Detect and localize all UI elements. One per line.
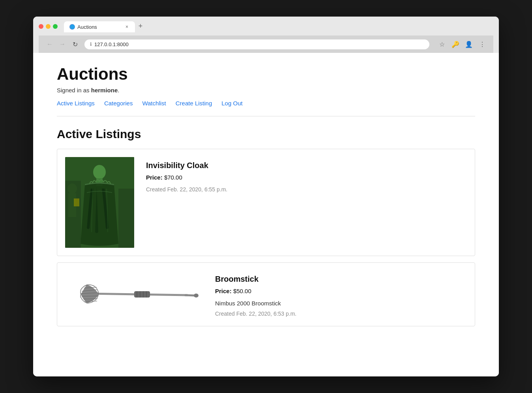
nav-buttons: ← → ↻	[44, 39, 81, 50]
forward-button[interactable]: →	[57, 39, 68, 50]
listing-details-cloak: Invisibility Cloak Price: $70.00 Created…	[146, 157, 467, 193]
minimize-button[interactable]	[46, 24, 51, 29]
svg-point-1	[93, 165, 106, 179]
traffic-lights	[39, 24, 58, 29]
svg-rect-7	[74, 198, 79, 206]
refresh-button[interactable]: ↻	[69, 39, 81, 50]
listing-card-broomstick[interactable]: Broomstick Price: $50.00 Nimbus 2000 Bro…	[57, 262, 475, 326]
nav-links: Active Listings Categories Watchlist Cre…	[57, 100, 475, 107]
nav-link-logout[interactable]: Log Out	[221, 100, 242, 107]
username: hermione	[91, 87, 118, 94]
tab-favicon: 🌐	[69, 24, 75, 30]
listing-date-cloak: Created Feb. 22, 2020, 6:55 p.m.	[146, 186, 467, 193]
address-info-icon: ℹ	[90, 41, 92, 47]
menu-button[interactable]: ⋮	[477, 39, 488, 50]
nav-link-active-listings[interactable]: Active Listings	[57, 100, 95, 107]
price-label-broom: Price:	[215, 288, 232, 294]
nav-link-create-listing[interactable]: Create Listing	[176, 100, 212, 107]
broom-svg	[65, 271, 203, 318]
listing-title-cloak[interactable]: Invisibility Cloak	[146, 161, 467, 170]
signed-in-prefix: Signed in as	[57, 87, 91, 94]
svg-point-23	[194, 294, 199, 298]
back-button[interactable]: ←	[44, 39, 55, 50]
new-tab-button[interactable]: +	[135, 21, 146, 32]
bookmark-button[interactable]: ☆	[436, 39, 448, 50]
maximize-button[interactable]	[53, 24, 58, 29]
listing-date-broom: Created Feb. 22, 2020, 6:53 p.m.	[215, 311, 467, 317]
price-value-broom: $50.00	[233, 288, 251, 294]
price-value-cloak: $70.00	[164, 174, 182, 181]
signed-in-text: Signed in as hermione.	[57, 87, 475, 94]
browser-addressbar: ← → ↻ ℹ 127.0.0.1:8000 ☆ 🔑 👤 ⋮	[39, 36, 493, 53]
password-button[interactable]: 🔑	[450, 39, 461, 50]
browser-window: 🌐 Auctions × + ← → ↻ ℹ 127.0.0.1:8000 ☆ …	[33, 17, 499, 376]
listing-description-broom: Nimbus 2000 Broomstick	[215, 300, 467, 307]
page-content: Auctions Signed in as hermione. Active L…	[33, 53, 499, 376]
address-text: 127.0.0.1:8000	[94, 41, 424, 47]
section-title: Active Listings	[57, 127, 475, 141]
browser-tab-auctions[interactable]: 🌐 Auctions ×	[64, 21, 135, 32]
browser-titlebar: 🌐 Auctions × + ← → ↻ ℹ 127.0.0.1:8000 ☆ …	[33, 17, 499, 53]
price-label-cloak: Price:	[146, 174, 163, 181]
listing-image-broom	[65, 271, 203, 318]
browser-actions: ☆ 🔑 👤 ⋮	[436, 39, 488, 50]
page-title: Auctions	[57, 65, 475, 84]
close-button[interactable]	[39, 24, 43, 29]
listing-price-cloak: Price: $70.00	[146, 174, 467, 181]
listing-card-cloak[interactable]: Invisibility Cloak Price: $70.00 Created…	[57, 149, 475, 256]
signed-in-suffix: .	[118, 87, 119, 94]
nav-link-categories[interactable]: Categories	[104, 100, 133, 107]
svg-rect-11	[134, 291, 150, 298]
nav-link-watchlist[interactable]: Watchlist	[142, 100, 166, 107]
listing-title-broom[interactable]: Broomstick	[215, 275, 467, 284]
listing-image-cloak	[65, 157, 134, 248]
tab-bar: 🌐 Auctions × +	[64, 21, 493, 32]
tab-label: Auctions	[77, 24, 122, 30]
nav-divider	[57, 116, 475, 116]
tab-close-button[interactable]: ×	[124, 24, 129, 30]
cloak-svg	[65, 157, 134, 248]
listing-details-broom: Broomstick Price: $50.00 Nimbus 2000 Bro…	[215, 271, 467, 317]
svg-point-5	[67, 183, 77, 194]
listing-price-broom: Price: $50.00	[215, 288, 467, 294]
address-bar[interactable]: ℹ 127.0.0.1:8000	[84, 39, 429, 49]
svg-rect-4	[118, 189, 134, 248]
browser-controls: 🌐 Auctions × +	[39, 21, 493, 32]
profile-button[interactable]: 👤	[463, 39, 474, 50]
